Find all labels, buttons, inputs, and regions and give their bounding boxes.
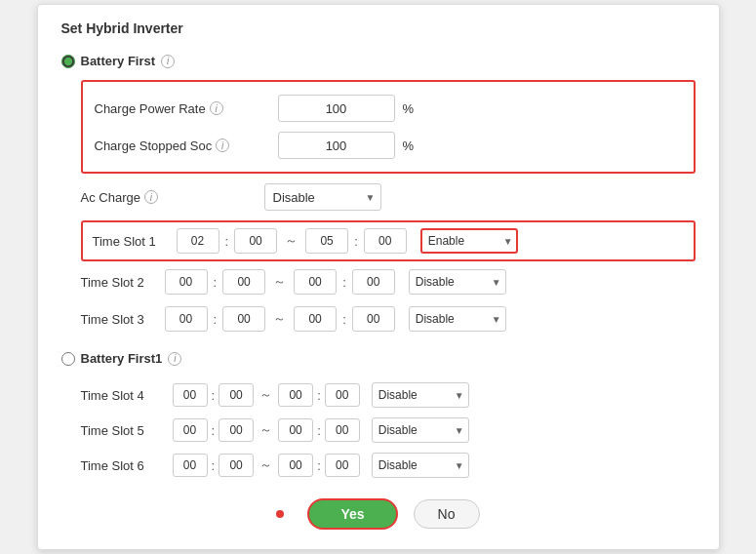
timeslot-3-to-h[interactable] (294, 306, 337, 332)
timeslot-6-from-m[interactable] (219, 454, 254, 477)
timeslot-4-sep1: : (212, 388, 216, 403)
red-dot-indicator (276, 510, 284, 518)
timeslot-2-to-m[interactable] (352, 269, 395, 295)
timeslot-6-select[interactable]: Disable Enable (372, 453, 469, 478)
battery-first-radio-row: Battery First i (61, 50, 696, 72)
timeslot-3-from-h[interactable] (165, 306, 208, 332)
timeslot-1-sep2: : (354, 234, 358, 249)
timeslot-5-select-wrapper: Disable Enable ▼ (372, 417, 469, 443)
timeslot-6-from-h[interactable] (173, 454, 208, 477)
timeslot-6-sep1: : (212, 458, 216, 473)
timeslot-row-6: Time Slot 6 : ～ : Disable Enable ▼ (81, 448, 696, 483)
timeslot-5-to-h[interactable] (278, 418, 313, 442)
yes-button[interactable]: Yes (307, 498, 397, 530)
timeslot-4-from-h[interactable] (173, 383, 208, 407)
timeslot-section-1: Time Slot 1 : ～ : Enable Disable ▼ T (81, 220, 696, 337)
timeslot-1-label: Time Slot 1 (93, 234, 171, 249)
timeslot-1-select-wrapper: Enable Disable ▼ (420, 228, 518, 254)
timeslot-3-sep2: : (342, 312, 346, 327)
timeslot-2-sep1: : (214, 275, 218, 290)
battery-first1-info-icon[interactable]: i (168, 352, 181, 366)
timeslot-row-2: Time Slot 2 : ～ : Disable Enable ▼ (81, 263, 696, 300)
ac-charge-select[interactable]: Disable Enable (264, 183, 381, 211)
battery-first-radio[interactable] (61, 55, 75, 68)
timeslot-1-from-m[interactable] (234, 228, 277, 254)
timeslot-row-1: Time Slot 1 : ～ : Enable Disable ▼ (81, 220, 696, 261)
timeslot-4-sep2: : (317, 388, 321, 403)
ac-charge-label: Ac Charge i (81, 190, 257, 205)
charge-power-rate-label: Charge Power Rate i (95, 101, 270, 116)
charge-power-rate-unit: % (403, 101, 422, 116)
timeslot-row-5: Time Slot 5 : ～ : Disable Enable ▼ (81, 413, 696, 448)
dialog: Set Hybrid Inverter Battery First i Char… (37, 4, 720, 550)
timeslot-4-tilde: ～ (259, 386, 272, 404)
bf1-timeslot-section: Time Slot 4 : ～ : Disable Enable ▼ T (81, 377, 696, 483)
ac-charge-select-wrapper: Disable Enable ▼ (264, 183, 381, 211)
timeslot-1-sep1: : (225, 234, 229, 249)
timeslot-5-tilde: ～ (259, 421, 272, 439)
ac-charge-row: Ac Charge i Disable Enable ▼ (81, 183, 696, 211)
charge-stopped-soc-input[interactable] (278, 132, 395, 159)
ac-charge-info-icon[interactable]: i (144, 190, 158, 204)
battery-first1-radio-row: Battery First1 i (61, 347, 696, 370)
timeslot-6-select-wrapper: Disable Enable ▼ (372, 453, 469, 478)
timeslot-3-sep1: : (214, 312, 218, 327)
timeslot-6-tilde: ～ (259, 456, 272, 474)
timeslot-1-to-h[interactable] (305, 228, 348, 254)
timeslot-4-select[interactable]: Disable Enable (372, 382, 469, 408)
timeslot-2-select-wrapper: Disable Enable ▼ (409, 269, 506, 295)
timeslot-4-from-m[interactable] (219, 383, 254, 407)
timeslot-4-select-wrapper: Disable Enable ▼ (372, 382, 469, 408)
timeslot-1-tilde: ～ (285, 232, 298, 250)
dialog-title: Set Hybrid Inverter (61, 20, 696, 36)
timeslot-5-select[interactable]: Disable Enable (372, 417, 469, 443)
battery-first1-radio[interactable] (61, 352, 75, 366)
timeslot-2-label: Time Slot 2 (81, 275, 159, 290)
timeslot-4-label: Time Slot 4 (81, 388, 169, 403)
timeslot-3-select[interactable]: Disable Enable (409, 306, 506, 332)
timeslot-1-select[interactable]: Enable Disable (420, 228, 518, 254)
timeslot-6-sep2: : (317, 458, 321, 473)
charge-stopped-soc-row: Charge Stopped Soc i % (95, 127, 682, 164)
timeslot-2-sep2: : (342, 275, 346, 290)
timeslot-3-select-wrapper: Disable Enable ▼ (409, 306, 506, 332)
battery-first1-section: Battery First1 i Time Slot 4 : ～ : Disab… (61, 347, 696, 483)
footer: Yes No (61, 498, 696, 530)
timeslot-5-from-m[interactable] (219, 418, 254, 442)
timeslot-5-to-m[interactable] (325, 418, 360, 442)
timeslot-5-from-h[interactable] (173, 418, 208, 442)
timeslot-5-label: Time Slot 5 (81, 423, 169, 438)
battery-first-label: Battery First (81, 54, 156, 68)
charge-power-rate-info-icon[interactable]: i (210, 101, 223, 115)
charge-stopped-soc-unit: % (403, 138, 422, 153)
timeslot-3-from-m[interactable] (222, 306, 265, 332)
charge-power-rate-row: Charge Power Rate i % (95, 90, 682, 127)
timeslot-1-to-m[interactable] (364, 228, 407, 254)
charge-stopped-soc-label: Charge Stopped Soc i (95, 138, 270, 153)
timeslot-row-3: Time Slot 3 : ～ : Disable Enable ▼ (81, 300, 696, 337)
timeslot-row-4: Time Slot 4 : ～ : Disable Enable ▼ (81, 377, 696, 413)
timeslot-6-to-h[interactable] (278, 454, 313, 477)
charge-power-rate-input[interactable] (278, 95, 395, 122)
battery-first-info-icon[interactable]: i (161, 55, 175, 68)
battery-first-section: Battery First i Charge Power Rate i % Ch… (61, 50, 696, 337)
charge-stopped-soc-info-icon[interactable]: i (216, 138, 229, 152)
timeslot-2-select[interactable]: Disable Enable (409, 269, 506, 295)
timeslot-4-to-h[interactable] (278, 383, 313, 407)
timeslot-6-label: Time Slot 6 (81, 458, 169, 473)
timeslot-2-tilde: ～ (273, 273, 286, 291)
timeslot-4-to-m[interactable] (325, 383, 360, 407)
timeslot-3-label: Time Slot 3 (81, 312, 159, 327)
timeslot-5-sep1: : (212, 423, 216, 438)
no-button[interactable]: No (414, 499, 480, 529)
charge-settings-box: Charge Power Rate i % Charge Stopped Soc… (81, 80, 696, 174)
timeslot-1-from-h[interactable] (177, 228, 219, 254)
timeslot-3-tilde: ～ (273, 310, 286, 328)
timeslot-3-to-m[interactable] (352, 306, 395, 332)
battery-first1-label: Battery First1 (81, 351, 163, 366)
timeslot-2-from-h[interactable] (165, 269, 208, 295)
timeslot-2-to-h[interactable] (294, 269, 337, 295)
timeslot-5-sep2: : (317, 423, 321, 438)
timeslot-2-from-m[interactable] (222, 269, 265, 295)
timeslot-6-to-m[interactable] (325, 454, 360, 477)
